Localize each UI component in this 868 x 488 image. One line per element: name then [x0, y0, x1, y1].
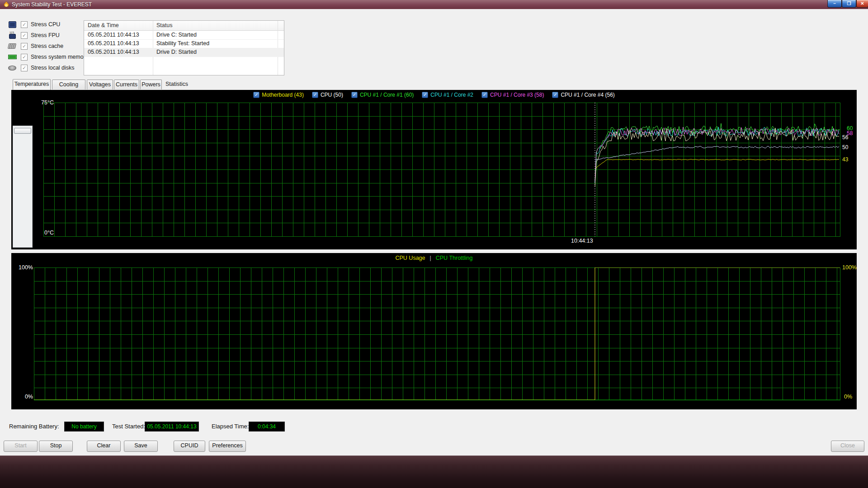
- stress-cpu-label: Stress CPU: [31, 21, 60, 28]
- log-cell-status: Drive C: Started: [156, 32, 197, 38]
- usage-right-min-label: 0%: [844, 394, 852, 400]
- temp-axis-min-label: 0°C: [37, 230, 54, 236]
- everest-window: System Stability Test - EVEREST – ❐ ✕ ✓ …: [0, 0, 868, 456]
- temperature-legend: ✓Motherboard (43) ✓CPU (50) ✓CPU #1 / Co…: [11, 92, 857, 98]
- stop-button[interactable]: Stop: [39, 441, 73, 452]
- tab-currents[interactable]: Currents: [114, 80, 139, 89]
- stress-cache-label: Stress cache: [31, 43, 63, 49]
- cpu-usage-title[interactable]: CPU Usage: [396, 255, 425, 261]
- window-title: System Stability Test - EVEREST: [12, 1, 92, 8]
- stress-fpu-label: Stress FPU: [31, 32, 60, 38]
- trackbar-handle[interactable]: [14, 128, 31, 134]
- elapsed-time-value: 0:04:34: [249, 422, 285, 432]
- log-col-datetime[interactable]: Date & Time: [88, 22, 119, 28]
- log-cell-datetime: 05.05.2011 10:44:13: [88, 49, 139, 55]
- stress-cpu-checkbox[interactable]: ✓: [21, 21, 28, 28]
- battery-value: No battery: [64, 422, 104, 432]
- event-log-table: Date & Time Status 05.05.2011 10:44:13 D…: [84, 20, 284, 75]
- log-cell-status: Stability Test: Started: [156, 40, 209, 47]
- legend-core2-checkbox[interactable]: ✓: [422, 92, 428, 98]
- tab-temperatures[interactable]: Temperatures: [13, 79, 51, 90]
- usage-traces: [34, 267, 840, 400]
- title-separator: |: [430, 255, 431, 261]
- usage-left-min-label: 0%: [18, 394, 33, 400]
- legend-motherboard: ✓Motherboard (43): [253, 92, 304, 98]
- test-started-value: 05.05.2011 10:44:13: [145, 422, 199, 432]
- test-start-time-label: 10:44:13: [571, 238, 593, 244]
- log-col-status[interactable]: Status: [156, 22, 172, 28]
- cpu-icon: [8, 21, 17, 28]
- legend-core1-checkbox[interactable]: ✓: [351, 92, 358, 98]
- cache-icon: [8, 42, 17, 50]
- log-cell-datetime: 05.05.2011 10:44:13: [88, 32, 139, 38]
- log-cell-status: Drive D: Started: [156, 49, 197, 55]
- legend-cpu: ✓CPU (50): [312, 92, 343, 98]
- clear-button[interactable]: Clear: [87, 441, 121, 452]
- legend-core3: ✓CPU #1 / Core #3 (58): [481, 92, 544, 98]
- stress-disks-label: Stress local disks: [31, 65, 75, 71]
- temperature-scale-trackbar[interactable]: [13, 126, 33, 248]
- log-row-3[interactable]: 05.05.2011 10:44:13 Drive D: Started: [84, 48, 284, 57]
- legend-motherboard-checkbox[interactable]: ✓: [253, 92, 259, 98]
- stress-fpu-checkbox[interactable]: ✓: [21, 32, 28, 39]
- legend-core3-checkbox[interactable]: ✓: [481, 92, 488, 98]
- everest-flame-icon: [3, 1, 9, 8]
- test-started-label: Test Started:: [112, 423, 145, 430]
- taskbar: i V i ✓ ✳ ✓ 10:48 Ru ⚑ 05.05.2011: [0, 455, 868, 488]
- legend-core4: ✓CPU #1 / Core #4 (56): [552, 92, 614, 98]
- log-row-1[interactable]: 05.05.2011 10:44:13 Drive C: Started: [84, 31, 284, 40]
- right-value-motherboard: 43: [842, 156, 858, 163]
- memory-icon: [8, 53, 17, 61]
- right-value-core4: 56: [842, 134, 858, 141]
- restore-button[interactable]: ❐: [842, 0, 856, 8]
- tab-statistics[interactable]: Statistics: [164, 80, 190, 89]
- temperature-chart-panel: ✓Motherboard (43) ✓CPU (50) ✓CPU #1 / Co…: [11, 90, 857, 249]
- temperature-traces: [43, 103, 840, 236]
- elapsed-time-label: Elapsed Time:: [212, 423, 249, 430]
- close-button[interactable]: Close: [831, 441, 864, 452]
- cpuid-button[interactable]: CPUID: [174, 441, 205, 452]
- log-cell-datetime: 05.05.2011 10:44:13: [88, 40, 139, 47]
- cpu-throttling-title[interactable]: CPU Throttling: [436, 255, 473, 261]
- stress-memory-checkbox[interactable]: ✓: [21, 54, 28, 61]
- battery-label: Remaining Battery:: [9, 423, 59, 430]
- stress-cache-checkbox[interactable]: ✓: [21, 43, 28, 50]
- start-button[interactable]: Start: [4, 441, 38, 452]
- tab-powers[interactable]: Powers: [140, 80, 162, 89]
- save-button[interactable]: Save: [124, 441, 158, 452]
- legend-core1: ✓CPU #1 / Core #1 (60): [351, 92, 414, 98]
- tab-cooling-fans[interactable]: Cooling Fans: [52, 80, 85, 89]
- legend-core2: ✓CPU #1 / Core #2: [422, 92, 473, 98]
- stress-memory-label: Stress system memory: [31, 54, 88, 60]
- stress-disks-checkbox[interactable]: ✓: [21, 65, 28, 71]
- title-bar[interactable]: System Stability Test - EVEREST – ❐ ✕: [0, 0, 868, 9]
- log-header-row[interactable]: Date & Time Status: [84, 21, 284, 31]
- preferences-button[interactable]: Preferences: [209, 441, 246, 452]
- minimize-button[interactable]: –: [827, 0, 842, 8]
- log-row-2[interactable]: 05.05.2011 10:44:13 Stability Test: Star…: [84, 39, 284, 48]
- usage-left-max-label: 100%: [18, 264, 33, 271]
- cpu-usage-chart-panel: CPU Usage | CPU Throttling 100% 0% 100% …: [11, 253, 857, 409]
- legend-core4-checkbox[interactable]: ✓: [552, 92, 558, 98]
- right-value-cpu: 50: [842, 144, 858, 150]
- usage-chart-title: CPU Usage | CPU Throttling: [11, 255, 857, 261]
- disk-icon: [8, 64, 17, 71]
- tab-voltages[interactable]: Voltages: [87, 80, 113, 89]
- fpu-icon: 123: [8, 32, 17, 39]
- legend-cpu-checkbox[interactable]: ✓: [312, 92, 318, 98]
- close-window-button[interactable]: ✕: [856, 0, 868, 8]
- usage-right-max-label: 100%: [842, 264, 857, 271]
